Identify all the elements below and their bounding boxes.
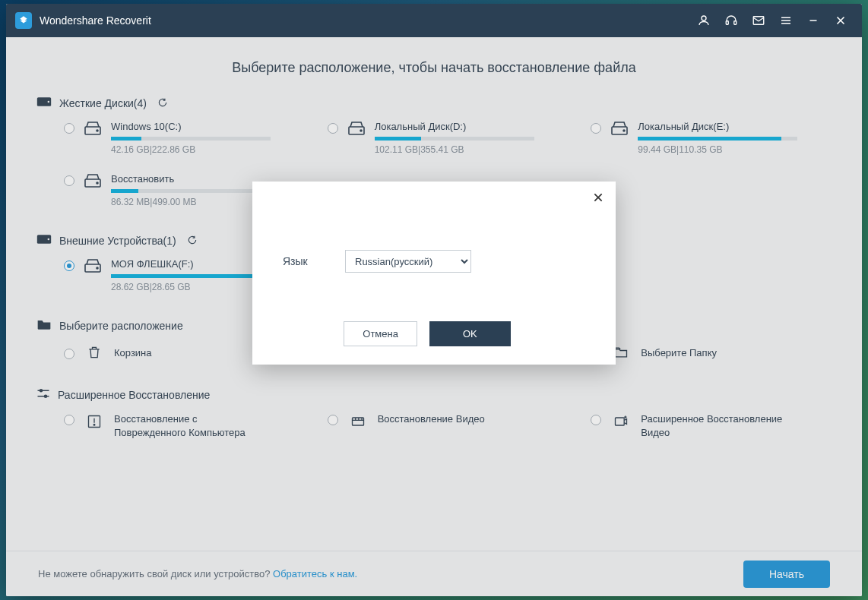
modal-overlay[interactable]: Язык Russian(русский) Отмена OK [6, 37, 862, 596]
menu-icon[interactable] [772, 7, 800, 34]
minimize-button[interactable] [800, 7, 827, 34]
headset-icon[interactable] [718, 7, 745, 34]
cancel-button[interactable]: Отмена [344, 321, 417, 346]
language-label: Язык [283, 255, 345, 267]
app-logo-icon [15, 12, 32, 29]
modal-close-button[interactable] [590, 189, 607, 206]
close-button[interactable] [827, 7, 854, 34]
svg-point-0 [702, 16, 706, 21]
language-select[interactable]: Russian(русский) [345, 250, 471, 273]
app-window: Wondershare Recoverit Выберите расположе… [6, 4, 862, 596]
ok-button[interactable]: OK [429, 321, 511, 346]
svg-rect-2 [734, 21, 737, 25]
svg-rect-1 [726, 21, 728, 25]
app-title: Wondershare Recoverit [40, 14, 151, 27]
mail-icon[interactable] [745, 7, 772, 34]
account-icon[interactable] [690, 7, 718, 34]
language-modal: Язык Russian(русский) Отмена OK [252, 182, 616, 365]
titlebar: Wondershare Recoverit [6, 4, 862, 37]
